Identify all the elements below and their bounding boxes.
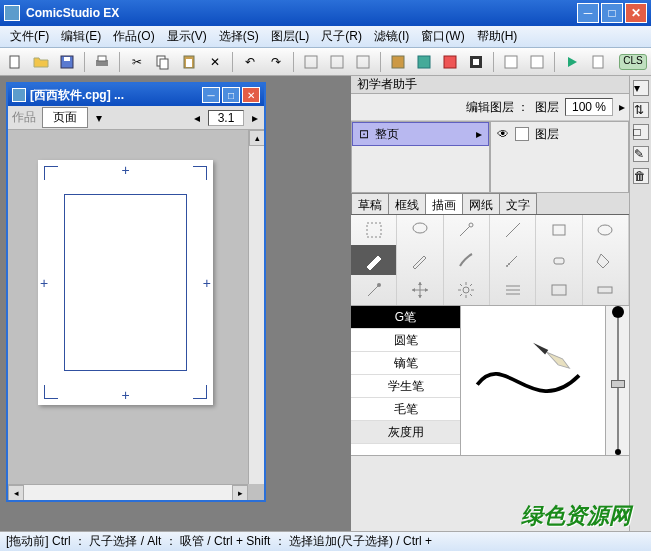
lasso-tool-icon[interactable] xyxy=(397,215,443,245)
pen-school[interactable]: 学生笔 xyxy=(351,375,460,398)
svg-rect-28 xyxy=(554,258,564,264)
menu-work[interactable]: 作品(O) xyxy=(107,26,160,47)
document-tabs: 作品 页面 ▾ ◂ 3.1 ▸ xyxy=(8,106,264,130)
right-sidebar: ▾ ⇅ □ ✎ 🗑 xyxy=(629,76,651,531)
tb-open[interactable] xyxy=(30,51,52,73)
svg-rect-4 xyxy=(98,56,106,61)
svg-rect-16 xyxy=(473,59,479,65)
menu-view[interactable]: 显示(V) xyxy=(161,26,213,47)
fill-tool-icon[interactable] xyxy=(583,245,629,275)
menu-help[interactable]: 帮助(H) xyxy=(471,26,524,47)
tb-tool2[interactable] xyxy=(326,51,348,73)
tab-text[interactable]: 文字 xyxy=(499,193,537,214)
tab-draft[interactable]: 草稿 xyxy=(351,193,389,214)
rect-tool-icon[interactable] xyxy=(536,215,582,245)
doc-maximize[interactable]: □ xyxy=(222,87,240,103)
ruler-tool-icon[interactable] xyxy=(583,275,629,305)
tb-play[interactable] xyxy=(561,51,583,73)
page-number[interactable]: 3.1 xyxy=(208,110,244,126)
pen-size-slider[interactable] xyxy=(605,306,629,455)
tb-cut[interactable]: ✂ xyxy=(126,51,148,73)
page-prev-icon[interactable]: ◂ xyxy=(192,111,202,125)
side-btn-3[interactable]: □ xyxy=(633,124,649,140)
gradient-tool-icon[interactable] xyxy=(536,275,582,305)
scrollbar-horizontal[interactable]: ◂▸ xyxy=(8,484,248,500)
tb-script1[interactable] xyxy=(500,51,522,73)
brush-tool-icon[interactable] xyxy=(444,245,490,275)
layer-label: 编辑图层 ： xyxy=(466,99,529,116)
eyedropper-tool-icon[interactable] xyxy=(351,275,397,305)
eraser-tool-icon[interactable] xyxy=(536,245,582,275)
doc-close[interactable]: ✕ xyxy=(242,87,260,103)
tb-save[interactable] xyxy=(56,51,78,73)
canvas[interactable]: + + + + ▴ ◂▸ xyxy=(8,130,264,500)
layer-opacity[interactable]: 100 % xyxy=(565,98,613,116)
tb-cls[interactable]: CLS xyxy=(619,54,647,70)
marquee-tool-icon[interactable] xyxy=(351,215,397,245)
close-button[interactable]: ✕ xyxy=(625,3,647,23)
tb-color3[interactable] xyxy=(439,51,461,73)
svg-point-25 xyxy=(598,225,612,235)
side-btn-4[interactable]: ✎ xyxy=(633,146,649,162)
doc-minimize[interactable]: ─ xyxy=(202,87,220,103)
tb-undo[interactable]: ↶ xyxy=(239,51,261,73)
tb-print[interactable] xyxy=(91,51,113,73)
line-tool-icon[interactable] xyxy=(490,215,536,245)
menu-window[interactable]: 窗口(W) xyxy=(415,26,470,47)
tab-work[interactable]: 作品 xyxy=(12,109,36,126)
tab-draw[interactable]: 描画 xyxy=(425,193,463,214)
menu-filter[interactable]: 滤镜(I) xyxy=(368,26,415,47)
eye-icon[interactable]: 👁 xyxy=(497,127,509,141)
side-btn-5[interactable]: 🗑 xyxy=(633,168,649,184)
menu-select[interactable]: 选择(S) xyxy=(213,26,265,47)
slider-knob[interactable] xyxy=(611,380,625,388)
move-tool-icon[interactable] xyxy=(397,275,443,305)
svg-point-30 xyxy=(463,287,469,293)
tb-new[interactable] xyxy=(4,51,26,73)
tb-redo[interactable]: ↷ xyxy=(265,51,287,73)
menu-layer[interactable]: 图层(L) xyxy=(265,26,316,47)
scrollbar-vertical[interactable]: ▴ xyxy=(248,130,264,484)
tb-color1[interactable] xyxy=(387,51,409,73)
minimize-button[interactable]: ─ xyxy=(577,3,599,23)
pen-tool-icon[interactable] xyxy=(351,245,397,275)
tab-tone[interactable]: 网纸 xyxy=(462,193,500,214)
tab-page[interactable]: 页面 xyxy=(42,107,88,128)
maximize-button[interactable]: □ xyxy=(601,3,623,23)
pen-brush[interactable]: 毛笔 xyxy=(351,398,460,421)
layer-expand-icon[interactable]: ▸ xyxy=(619,100,625,114)
tb-copy[interactable] xyxy=(152,51,174,73)
pen-gray[interactable]: 灰度用 xyxy=(351,421,460,444)
titlebar: ComicStudio EX ─ □ ✕ xyxy=(0,0,651,26)
tb-script2[interactable] xyxy=(526,51,548,73)
tab-dropdown-icon[interactable]: ▾ xyxy=(94,111,104,125)
svg-rect-10 xyxy=(331,56,343,68)
airbrush-tool-icon[interactable] xyxy=(490,245,536,275)
lines-tool-icon[interactable] xyxy=(490,275,536,305)
tb-paste[interactable] xyxy=(178,51,200,73)
tb-page[interactable] xyxy=(587,51,609,73)
tb-color2[interactable] xyxy=(413,51,435,73)
page-next-icon[interactable]: ▸ xyxy=(250,111,260,125)
menu-edit[interactable]: 编辑(E) xyxy=(55,26,107,47)
side-btn-2[interactable]: ⇅ xyxy=(633,102,649,118)
sun-tool-icon[interactable] xyxy=(444,275,490,305)
pen-kabura[interactable]: 镝笔 xyxy=(351,352,460,375)
tb-tool1[interactable] xyxy=(300,51,322,73)
menu-ruler[interactable]: 尺子(R) xyxy=(315,26,368,47)
layer-wholepage[interactable]: ⊡ 整页 ▸ xyxy=(352,122,489,146)
wand-tool-icon[interactable] xyxy=(444,215,490,245)
pencil-tool-icon[interactable] xyxy=(397,245,443,275)
ellipse-tool-icon[interactable] xyxy=(583,215,629,245)
tab-frame[interactable]: 框线 xyxy=(388,193,426,214)
tb-neg[interactable] xyxy=(465,51,487,73)
document-titlebar[interactable]: [西西软件.cpg] ... ─ □ ✕ xyxy=(8,84,264,106)
pen-round[interactable]: 圆笔 xyxy=(351,329,460,352)
menu-file[interactable]: 文件(F) xyxy=(4,26,55,47)
tb-tool3[interactable] xyxy=(352,51,374,73)
side-btn-1[interactable]: ▾ xyxy=(633,80,649,96)
pen-g[interactable]: G笔 xyxy=(351,306,460,329)
page-preview[interactable]: + + + + xyxy=(38,160,213,405)
tb-clear[interactable]: ✕ xyxy=(204,51,226,73)
layer-item[interactable]: 👁 图层 xyxy=(491,122,628,146)
